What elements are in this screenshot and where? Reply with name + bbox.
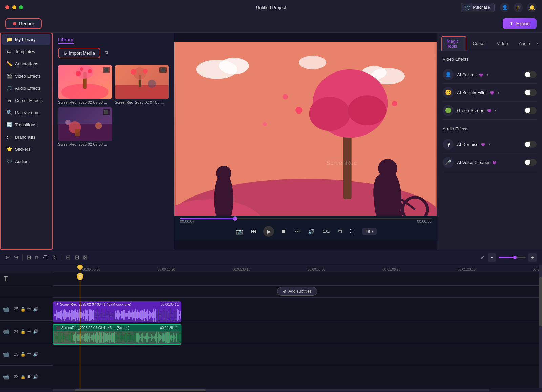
maximize-button[interactable] <box>19 5 23 9</box>
sidebar-item-stickers[interactable]: ⭐ Stickers <box>2 143 50 155</box>
svg-point-29 <box>295 107 302 114</box>
export-button[interactable]: ⬆ Export <box>503 18 537 29</box>
fullscreen-button[interactable]: ⛶ <box>349 227 357 236</box>
green-screen-toggle[interactable] <box>524 107 537 114</box>
ai-denoise-name: AI Denoise 💜 <box>457 142 485 147</box>
zoom-out-button[interactable]: − <box>488 253 496 262</box>
svg-point-31 <box>392 101 397 106</box>
track-22-audio[interactable]: 🔊 <box>33 374 38 379</box>
sidebar-item-video-effects[interactable]: 🎬 Video Effects <box>2 70 50 82</box>
sidebar-item-annotations[interactable]: ✏️ Annotations <box>2 58 50 69</box>
sidebar-item-audios[interactable]: 🎶 Audios <box>2 156 50 167</box>
tab-audio[interactable]: Audio <box>514 39 535 48</box>
step-back-button[interactable]: ⏮ <box>250 227 258 236</box>
waveform-bar <box>59 312 60 318</box>
add-subtitles-button[interactable]: ⊕ Add subtitles <box>277 287 317 296</box>
purchase-button[interactable]: 🛒 Purchase <box>461 3 495 12</box>
import-media-button[interactable]: ⊕ Import Media <box>58 48 100 58</box>
play-button[interactable]: ▶ <box>263 226 274 237</box>
waveform-bar <box>85 333 86 342</box>
timeline-toolbar: ↩ ↪ ⊞ ⟥ 🛡 🎙 ⊟ ⊞ ⊠ ⤢ − + <box>0 250 542 265</box>
trim-icon[interactable]: ⊞ <box>27 254 31 261</box>
ai-voice-toggle[interactable] <box>524 159 537 166</box>
minimize-button[interactable] <box>12 5 16 9</box>
waveform-bar <box>170 335 171 340</box>
track-22-lock[interactable]: 🔒 <box>20 374 26 379</box>
sidebar-item-my-library[interactable]: 📁 My Library <box>2 34 50 45</box>
tab-cursor[interactable]: Cursor <box>468 39 491 48</box>
track-25-audio[interactable]: 🔊 <box>33 307 38 312</box>
tab-video[interactable]: Video <box>492 39 513 48</box>
ai-denoise-toggle[interactable] <box>524 141 537 148</box>
undo-button[interactable]: ↩ <box>5 254 10 261</box>
fit-timeline-icon[interactable]: ⤢ <box>481 254 485 261</box>
track-22-num: 22 <box>12 374 18 379</box>
sidebar-item-transitions[interactable]: 🔄 Transitions <box>2 119 50 130</box>
ai-denoise-dropdown[interactable]: ▾ <box>488 142 491 147</box>
fit-button[interactable]: Fit ▾ <box>362 228 377 235</box>
media-thumb-1: ⬛ <box>58 65 112 99</box>
media-item-2[interactable]: ⬛ ScreenRec_2025-02-07 08-... <box>115 65 169 104</box>
track-24-eye[interactable]: 👁 <box>27 329 32 334</box>
zoom-in-button[interactable]: + <box>528 253 537 262</box>
layout-1-icon[interactable]: ⊟ <box>66 254 70 261</box>
media-item-3[interactable]: ⬛ ScreenRec_2025-02-07 08-... <box>58 107 112 146</box>
mask-icon[interactable]: 🛡 <box>43 254 48 261</box>
media-item-1[interactable]: ⬛ ScreenRec_2025-02-07 08-... <box>58 65 112 104</box>
green-screen-dropdown[interactable]: ▾ <box>495 108 497 113</box>
sidebar-item-templates[interactable]: 🗂 Templates <box>2 46 50 57</box>
progress-handle[interactable] <box>233 216 237 221</box>
close-button[interactable] <box>5 5 9 9</box>
waveform-bar <box>73 335 74 341</box>
sidebar-item-cursor-effects[interactable]: 🖱 Cursor Effects <box>2 95 50 106</box>
screenshot-button[interactable]: 📷 <box>235 227 244 236</box>
pip-button[interactable]: ⧉ <box>337 227 343 236</box>
ai-portrait-dropdown[interactable]: ▾ <box>486 72 488 77</box>
playhead[interactable]: ⚙ <box>80 265 80 388</box>
notification-icon[interactable]: 🔔 <box>527 3 537 12</box>
track-23-eye[interactable]: 👁 <box>27 352 32 357</box>
waveform-bar <box>127 332 127 343</box>
tab-magic-tools[interactable]: Magic Tools <box>441 36 466 51</box>
sidebar-item-brand-kits[interactable]: 🏷 Brand Kits <box>2 131 50 143</box>
track-25-lock[interactable]: 🔒 <box>20 307 26 312</box>
h-scrollbar-thumb[interactable] <box>75 389 206 391</box>
scrollbar-thumb[interactable] <box>539 277 542 326</box>
learn-icon[interactable]: 🎓 <box>514 3 523 12</box>
split-icon[interactable]: ⟥ <box>35 254 39 261</box>
zoom-handle[interactable] <box>513 256 517 259</box>
mic-icon[interactable]: 🎙 <box>52 254 58 261</box>
clip-waveform-24 <box>53 331 181 344</box>
timeline-scrollbar[interactable] <box>539 265 542 388</box>
track-25-eye[interactable]: 👁 <box>27 307 32 312</box>
track-22-eye[interactable]: 👁 <box>27 374 32 379</box>
ai-beauty-dropdown[interactable]: ▾ <box>497 90 499 95</box>
layout-2-icon[interactable]: ⊞ <box>75 254 79 261</box>
sidebar-item-pan-zoom[interactable]: 🔍 Pan & Zoom <box>2 107 50 118</box>
video-clip-24[interactable]: ⬛ ScreenRec_2025-02-07 08-41-43.... (Scr… <box>53 324 181 345</box>
track-24-audio[interactable]: 🔊 <box>33 329 38 334</box>
track-24-lock[interactable]: 🔒 <box>20 329 26 334</box>
record-button[interactable]: Record <box>5 18 42 29</box>
track-23-lock[interactable]: 🔒 <box>20 352 26 357</box>
progress-bar[interactable] <box>180 218 432 219</box>
sidebar-item-audio-effects[interactable]: 🎵 Audio Effects <box>2 82 50 94</box>
user-icon[interactable]: 👤 <box>500 3 509 12</box>
audio-clip-25[interactable]: 🎙 ScreenRec_2025-02-07 08-41-43 (Microph… <box>53 301 181 322</box>
filter-icon[interactable]: ⛛ <box>104 50 110 56</box>
speed-button[interactable]: 1.0x <box>321 228 331 235</box>
waveform-bar <box>96 313 96 317</box>
layout-3-icon[interactable]: ⊠ <box>83 254 87 261</box>
ai-portrait-toggle[interactable] <box>524 71 537 78</box>
tabs-arrow[interactable]: › <box>536 40 538 46</box>
horizontal-scrollbar[interactable] <box>0 388 542 392</box>
stop-button[interactable]: ⏹ <box>279 227 288 236</box>
library-tab[interactable]: Library <box>58 37 74 44</box>
track-23-audio[interactable]: 🔊 <box>33 352 38 357</box>
ai-beauty-toggle[interactable] <box>524 89 537 96</box>
step-forward-button[interactable]: ⏭ <box>293 227 301 236</box>
redo-button[interactable]: ↪ <box>14 254 18 261</box>
zoom-slider[interactable] <box>499 257 526 258</box>
waveform-bar <box>106 334 107 341</box>
volume-button[interactable]: 🔊 <box>307 227 316 236</box>
